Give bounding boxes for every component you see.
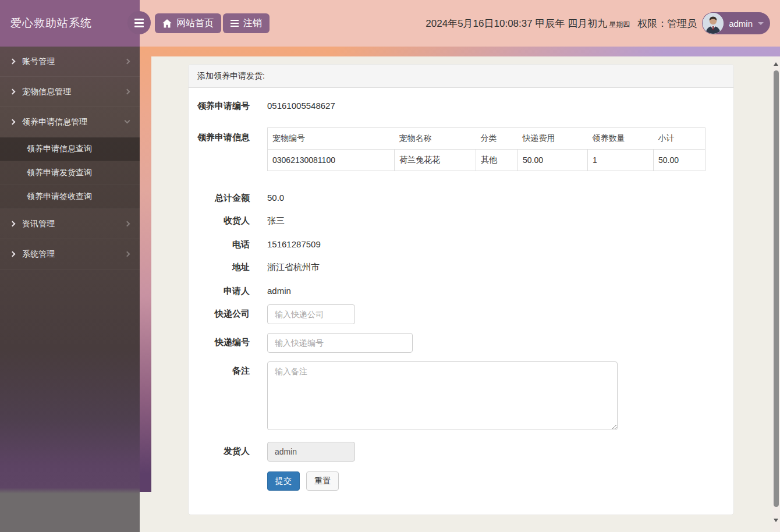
- address-value: 浙江省杭州市: [267, 258, 725, 277]
- applicant-label: 申请人: [197, 282, 250, 300]
- chevron-right-icon: [10, 89, 16, 95]
- role-value: 管理员: [667, 18, 697, 29]
- sidebar-subitem-label: 领养申请发货查询: [27, 168, 92, 178]
- chevron-right-icon: [10, 251, 16, 257]
- apply-no-value: 05161005548627: [267, 97, 725, 115]
- logout-label: 注销: [243, 17, 262, 30]
- sidebar-toggle-button[interactable]: [127, 11, 151, 34]
- add-shipping-panel: 添加领养申请发货: 领养申请编号 05161005548627 领养申请信息 宠…: [188, 64, 734, 515]
- phone-label: 电话: [197, 235, 250, 253]
- date-value: 2024年5月16日10:08:37 甲辰年 四月初九: [426, 18, 607, 29]
- chevron-right-icon: [125, 221, 130, 227]
- applicant-value: admin: [267, 282, 725, 300]
- caret-down-icon: [758, 22, 764, 25]
- cell-adopt-qty: 1: [588, 150, 654, 171]
- list-icon: [231, 20, 239, 27]
- total-value: 50.0: [267, 189, 725, 207]
- panel-body: 领养申请编号 05161005548627 领养申请信息 宠物编号 宠物名称 分…: [189, 88, 733, 504]
- navbar-right: 2024年5月16日10:08:37 甲辰年 四月初九星期四 权限：管理员: [426, 0, 770, 47]
- hamburger-icon: [134, 19, 144, 20]
- sidebar-item-system-management[interactable]: 系统管理: [0, 239, 140, 269]
- sidebar-item-pet-info-management[interactable]: 宠物信息管理: [0, 77, 140, 107]
- total-label: 总计金额: [197, 189, 250, 207]
- remark-textarea[interactable]: [267, 361, 618, 430]
- sidebar-item-label: 账号管理: [22, 56, 55, 67]
- top-navbar: 网站首页 注销 2024年5月16日10:08:37 甲辰年 四月初九星期四 权…: [140, 0, 780, 47]
- sidebar-submenu: 领养申请信息查询 领养申请发货查询 领养申请签收查询: [0, 137, 140, 209]
- chevron-right-icon: [10, 221, 16, 227]
- express-no-input[interactable]: [267, 333, 413, 353]
- sidebar-header: 爱心救助站系统: [0, 0, 140, 47]
- apply-no-label: 领养申请编号: [197, 97, 250, 115]
- shipper-label: 发货人: [197, 442, 250, 462]
- sidebar-item-label: 宠物信息管理: [22, 87, 71, 97]
- avatar: [703, 13, 724, 34]
- username: admin: [729, 19, 753, 29]
- site-home-button[interactable]: 网站首页: [155, 13, 221, 33]
- sidebar-item-adoption-apply-management[interactable]: 领养申请信息管理: [0, 107, 140, 137]
- scroll-up-icon[interactable]: [774, 62, 778, 66]
- remark-label: 备注: [197, 361, 250, 432]
- user-menu[interactable]: admin: [702, 12, 770, 34]
- datetime-text: 2024年5月16日10:08:37 甲辰年 四月初九星期四: [426, 17, 630, 30]
- cell-category: 其他: [476, 150, 518, 171]
- scrollbar[interactable]: [772, 56, 780, 532]
- reset-button[interactable]: 重置: [306, 471, 339, 491]
- col-subtotal: 小计: [654, 128, 705, 150]
- logout-button[interactable]: 注销: [223, 13, 270, 33]
- weekday-value: 星期四: [609, 20, 630, 29]
- submit-button[interactable]: 提交: [267, 471, 300, 491]
- cell-express-fee: 50.00: [518, 150, 588, 171]
- sidebar-subitem-adoption-apply-receive-query[interactable]: 领养申请签收查询: [0, 185, 140, 209]
- home-icon: [162, 19, 172, 28]
- col-express-fee: 快递费用: [518, 128, 588, 150]
- sidebar-item-account-management[interactable]: 账号管理: [0, 47, 140, 77]
- cell-pet-name: 荷兰兔花花: [395, 150, 476, 171]
- cell-pet-no: 03062130081100: [268, 150, 395, 171]
- receiver-label: 收货人: [197, 211, 250, 230]
- express-no-label: 快递编号: [197, 333, 250, 353]
- sidebar-item-label: 领养申请信息管理: [22, 117, 87, 127]
- chevron-right-icon: [125, 59, 130, 65]
- sidebar-subitem-adoption-apply-info-query[interactable]: 领养申请信息查询: [0, 137, 140, 161]
- express-company-input[interactable]: [267, 304, 355, 324]
- express-company-label: 快递公司: [197, 304, 250, 324]
- shipper-input: [267, 442, 355, 462]
- permission-label: 权限：: [637, 18, 667, 29]
- apply-info-label: 领养申请信息: [197, 127, 250, 171]
- table-row: 03062130081100 荷兰兔花花 其他 50.00 1 50.00: [268, 150, 705, 171]
- chevron-right-icon: [125, 251, 130, 257]
- sidebar-item-label: 资讯管理: [22, 219, 55, 229]
- content-area: 添加领养申请发货: 领养申请编号 05161005548627 领养申请信息 宠…: [151, 56, 772, 532]
- scroll-down-icon[interactable]: [774, 519, 778, 522]
- col-adopt-qty: 领养数量: [588, 128, 654, 150]
- form-actions: 提交 重置: [197, 471, 725, 491]
- chevron-right-icon: [125, 89, 130, 95]
- phone-value: 15161287509: [267, 235, 725, 253]
- scrollbar-thumb[interactable]: [774, 70, 779, 507]
- site-home-label: 网站首页: [176, 17, 214, 30]
- col-pet-no: 宠物编号: [268, 128, 395, 150]
- sidebar-subitem-label: 领养申请信息查询: [27, 144, 92, 154]
- sidebar-subitem-adoption-apply-ship-query[interactable]: 领养申请发货查询: [0, 161, 140, 185]
- app-title: 爱心救助站系统: [10, 16, 92, 31]
- col-pet-name: 宠物名称: [395, 128, 476, 150]
- sidebar-item-label: 系统管理: [22, 249, 55, 260]
- receiver-value: 张三: [267, 211, 725, 230]
- chevron-right-icon: [10, 59, 16, 65]
- cell-subtotal: 50.00: [654, 150, 705, 171]
- sidebar-subitem-label: 领养申请签收查询: [27, 191, 92, 202]
- table-header-row: 宠物编号 宠物名称 分类 快递费用 领养数量 小计: [268, 128, 705, 150]
- chevron-right-icon: [10, 119, 16, 125]
- panel-title: 添加领养申请发货:: [189, 65, 733, 88]
- pet-info-table: 宠物编号 宠物名称 分类 快递费用 领养数量 小计 03062130081100: [267, 127, 705, 171]
- permission-text: 权限：管理员: [637, 17, 697, 30]
- sidebar: 爱心救助站系统 账号管理 宠物信息管理 领养申请信息管理 领养申请信息查询 领养…: [0, 0, 140, 532]
- chevron-down-icon: [125, 118, 130, 124]
- sidebar-nav: 账号管理 宠物信息管理 领养申请信息管理 领养申请信息查询 领养申请发货查询 领…: [0, 47, 140, 269]
- address-label: 地址: [197, 258, 250, 277]
- sidebar-item-news-management[interactable]: 资讯管理: [0, 209, 140, 239]
- col-category: 分类: [476, 128, 518, 150]
